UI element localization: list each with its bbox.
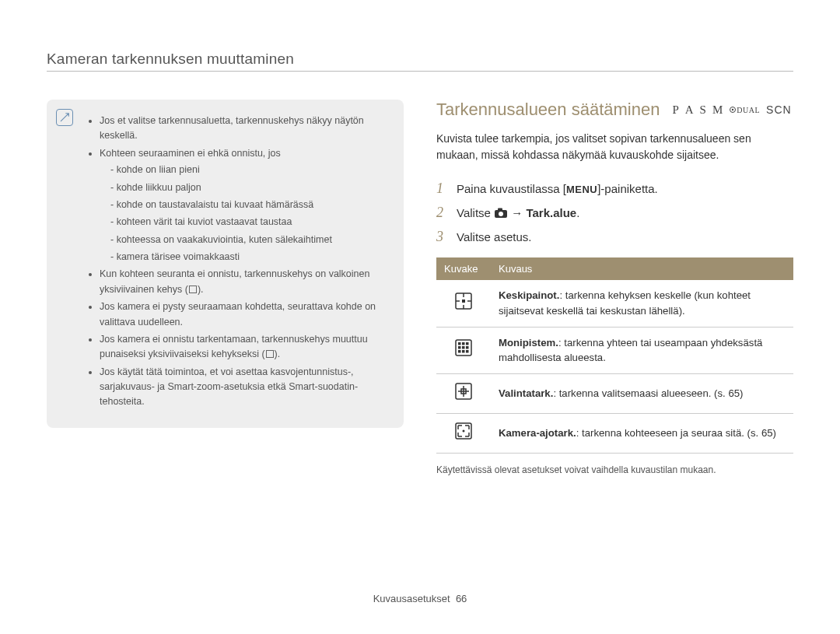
svg-rect-18 [458,350,461,353]
svg-point-4 [499,212,503,216]
svg-rect-16 [462,346,465,349]
svg-rect-14 [466,342,469,345]
frame-square-icon [189,285,197,293]
step-number: 1 [436,180,449,197]
step-row: 2Valitse → Tark.alue. [436,205,793,221]
mode-dual: DUAL [729,106,760,114]
table-row: Monipistem.: tarkenna yhteen tai useampa… [436,327,793,374]
svg-rect-13 [462,342,465,345]
option-description: Monipistem.: tarkenna yhteen tai useampa… [491,327,793,374]
svg-point-1 [732,108,733,110]
mode-scn: SCN [766,103,792,116]
note-item: Jos käytät tätä toimintoa, et voi asetta… [100,365,390,410]
note-subitem: kamera tärisee voimakkaasti [110,250,390,264]
section-title-row: Tarkennusalueen säätäminen P A S M DUAL … [436,100,793,120]
note-subitem: kohteen värit tai kuviot vastaavat taust… [110,215,390,229]
mode-s: S [700,103,706,117]
page-footer: Kuvausasetukset 66 [0,593,840,604]
step-number: 3 [436,229,449,245]
step-row: 3Valitse asetus. [436,229,793,245]
svg-rect-17 [466,346,469,349]
select-af-icon [436,374,491,414]
note-subitem: kohde on taustavalaistu tai kuvaat hämär… [110,198,390,212]
header-rule [47,71,793,72]
svg-rect-19 [462,350,465,353]
table-row: Valintatark.: tarkenna valitsemaasi alue… [436,374,793,414]
step-text: Valitse → Tark.alue. [457,206,579,221]
section-intro: Kuvista tulee tarkempia, jos valitset so… [436,131,793,163]
mode-a: A [685,103,694,117]
track-af-icon [436,413,491,453]
steps-list: 1Paina kuvaustilassa [MENU]-painiketta.2… [436,180,793,245]
step-text: Valitse asetus. [457,230,531,243]
option-description: Kamera-ajotark.: tarkenna kohteeseen ja … [491,413,793,453]
left-column: Jos et valitse tarkennusaluetta, tarkenn… [47,100,404,475]
menu-button-label: MENU [566,184,597,195]
note-subitem: kohteessa on vaakakuviointia, kuten säle… [110,233,390,247]
note-subitem: kohde on liian pieni [110,163,390,177]
note-item: Kohteen seuraaminen ei ehkä onnistu, jos… [100,146,390,265]
step-number: 2 [436,205,449,221]
section-title: Tarkennusalueen säätäminen [436,100,660,120]
mode-p: P [672,103,678,117]
note-subitem: kohde liikkuu paljon [110,180,390,195]
note-item: Jos et valitse tarkennusaluetta, tarkenn… [100,114,390,144]
mode-m: M [712,103,723,117]
th-icon: Kuvake [436,257,491,280]
note-item: Jos kamera ei pysty seuraamaan kohdetta,… [100,299,390,330]
note-box: Jos et valitse tarkennusaluetta, tarkenn… [47,100,404,428]
options-table: Kuvake Kuvaus Keskipainot.: tarkenna keh… [436,257,793,454]
footer-section: Kuvausasetukset [373,593,450,604]
step-row: 1Paina kuvaustilassa [MENU]-painiketta. [436,180,793,197]
multi-af-icon [436,327,491,374]
th-desc: Kuvaus [491,257,793,280]
right-column: Tarkennusalueen säätäminen P A S M DUAL … [436,100,793,475]
note-item: Jos kamera ei onnistu tarkentamaan, tark… [100,332,390,363]
table-row: Keskipainot.: tarkenna kehyksen keskelle… [436,280,793,327]
svg-rect-6 [462,299,465,303]
camera-icon [494,208,508,221]
svg-point-26 [463,429,465,432]
option-description: Keskipainot.: tarkenna kehyksen keskelle… [491,280,793,327]
footer-page: 66 [456,593,467,604]
step-text: Paina kuvaustilassa [MENU]-painiketta. [457,182,658,195]
table-footnote: Käytettävissä olevat asetukset voivat va… [436,464,793,475]
note-icon [56,109,73,126]
note-item: Kun kohteen seuranta ei onnistu, tarkenn… [100,267,390,297]
option-description: Valintatark.: tarkenna valitsemaasi alue… [491,374,793,414]
frame-square-icon [266,350,274,358]
svg-rect-15 [458,346,461,349]
svg-rect-20 [466,350,469,353]
center-af-icon [436,280,491,327]
page-breadcrumb: Kameran tarkennuksen muuttaminen [47,51,793,68]
step-bold: Tark.alue [526,206,576,219]
mode-indicators: P A S M DUAL SCN [672,103,791,117]
svg-rect-3 [498,208,502,211]
svg-rect-12 [458,342,461,345]
table-row: Kamera-ajotark.: tarkenna kohteeseen ja … [436,413,793,453]
